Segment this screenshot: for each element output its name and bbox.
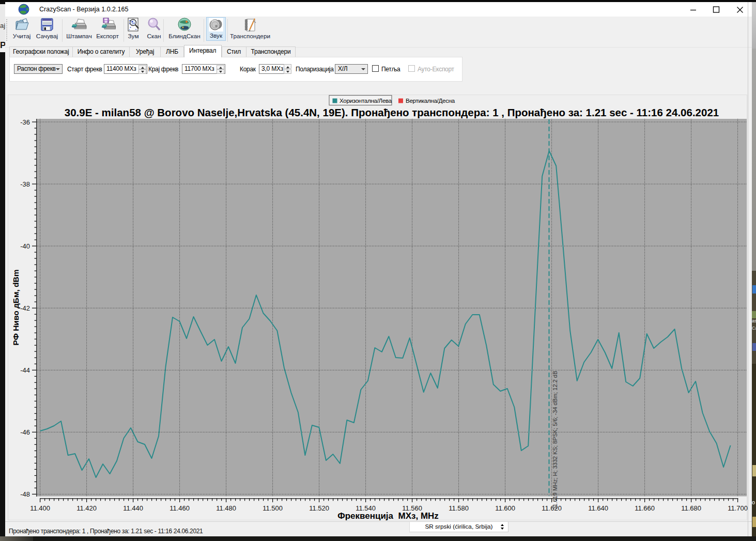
svg-text:РФ Ниво дБм, dBm: РФ Ниво дБм, dBm [11,270,20,346]
svg-text:11.440: 11.440 [123,504,143,512]
svg-text:11.520: 11.520 [309,504,329,512]
svg-text:11.460: 11.460 [169,504,190,512]
svg-text:-38: -38 [20,180,30,188]
svg-text:11.700: 11.700 [728,504,748,512]
svg-text:-42: -42 [20,304,30,312]
svg-text:11.619 MHz; H; 3332 KS; 8PSK;: 11.619 MHz; H; 3332 KS; 8PSK; 5/6; -34 d… [552,371,558,509]
svg-text:11.600: 11.600 [495,504,515,512]
svg-text:Вертикална/Десна: Вертикална/Десна [406,97,455,104]
svg-text:30.9E - milan58 @ Borovo Nasel: 30.9E - milan58 @ Borovo Naselje,Hrvatsk… [65,106,719,118]
svg-text:11.420: 11.420 [76,504,97,512]
svg-text:11.580: 11.580 [449,504,469,512]
svg-text:11.500: 11.500 [263,504,283,512]
svg-text:Фреквенција МХз, MHz: Фреквенција МХз, MHz [337,511,439,521]
svg-text:11.660: 11.660 [635,504,655,512]
svg-text:11.680: 11.680 [681,504,701,512]
svg-text:-44: -44 [20,366,30,374]
svg-text:Хоризонтална/Лева: Хоризонтална/Лева [340,97,392,104]
svg-text:-40: -40 [20,242,30,250]
svg-text:-46: -46 [20,428,30,436]
svg-text:11.640: 11.640 [588,504,608,512]
svg-text:-36: -36 [20,118,30,126]
svg-text:11.400: 11.400 [30,504,50,512]
svg-text:11.480: 11.480 [216,504,236,512]
svg-text:-48: -48 [20,490,30,498]
